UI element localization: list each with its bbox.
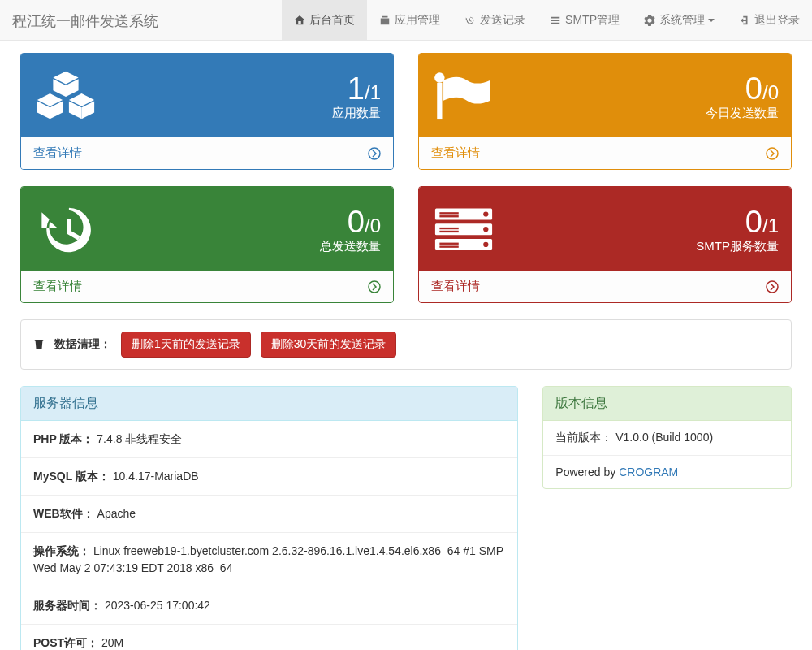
gear-icon [644,15,655,26]
nav-item-logout[interactable]: 退出登录 [727,0,812,40]
version-value: V1.0.0 (Build 1000) [615,431,713,444]
server-info-item: POST许可： 20M [21,625,517,650]
arrow-right-icon [368,147,381,160]
nav-label: 退出登录 [754,13,800,28]
svg-point-0 [369,148,380,159]
powered-by-row: Powered by CROGRAM [543,456,791,488]
chevron-down-icon [708,19,715,22]
server-info-item: MySQL 版本： 10.4.17-MariaDB [21,458,517,496]
copy-icon [379,15,391,26]
data-clean-bar: 数据清理： 删除1天前的发送记录 删除30天前的发送记录 [20,319,792,370]
flag-icon [431,68,496,125]
svg-point-17 [767,281,778,292]
server-info-key: POST许可： [33,636,98,649]
nav-item-sendlog[interactable]: 发送记录 [452,0,538,40]
stat-row-1: 1/1 应用数量 查看详情 0/0 今日发送数量 [20,53,792,170]
nav-item-app[interactable]: 应用管理 [367,0,452,40]
arrow-right-icon [766,147,779,160]
stat-label: 今日发送数量 [706,106,779,121]
nav-item-system[interactable]: 系统管理 [632,0,727,40]
footer-label: 查看详情 [33,145,82,161]
server-info-item: PHP 版本： 7.4.8 非线程安全 [21,421,517,458]
footer-label: 查看详情 [431,279,480,294]
server-info-key: 服务器时间： [33,599,102,612]
stat-num: 0 [745,205,762,239]
nav-label: 系统管理 [659,13,705,28]
cubes-icon [33,68,98,125]
logout-icon [739,15,750,26]
stat-row-2: 0/0 总发送数量 查看详情 0/1 SMTP服务数 [20,186,792,303]
nav-label: 发送记录 [480,13,525,28]
arrow-right-icon [368,280,381,293]
arrow-right-icon [766,280,779,293]
server-info-item: 操作系统： Linux freeweb19-1.byetcluster.com … [21,533,517,587]
btn-delete-1day[interactable]: 删除1天前的发送记录 [121,332,251,358]
stat-label: 应用数量 [332,106,381,121]
card-app-footer[interactable]: 查看详情 [21,136,393,169]
stat-denom: /0 [762,81,779,103]
svg-rect-15 [439,243,458,245]
svg-rect-16 [439,246,458,248]
server-info-heading: 服务器信息 [21,387,517,421]
stat-label: SMTP服务数量 [696,239,779,254]
trash-icon [33,339,45,350]
stat-num: 0 [745,72,762,106]
card-today: 0/0 今日发送数量 查看详情 [418,53,792,170]
version-row: 当前版本： V1.0.0 (Build 1000) [543,421,791,456]
nav: 后台首页 应用管理 发送记录 SMTP管理 系统管理 退出登录 [282,0,812,40]
version-panel: 版本信息 当前版本： V1.0.0 (Build 1000) Powered b… [542,386,792,489]
svg-point-3 [767,148,778,159]
server-info-value: 2023-06-25 17:00:42 [102,599,210,612]
svg-rect-13 [439,228,458,229]
card-today-footer[interactable]: 查看详情 [419,136,791,169]
svg-point-8 [483,211,488,216]
server-info-value: 10.4.17-MariaDB [110,470,199,483]
svg-point-4 [369,281,380,292]
main-content: 1/1 应用数量 查看详情 0/0 今日发送数量 [0,41,812,650]
svg-rect-11 [439,212,458,214]
svg-point-10 [483,242,488,247]
stat-num: 1 [348,72,365,106]
version-heading: 版本信息 [543,387,791,421]
server-info-key: WEB软件： [33,507,94,520]
stat-num: 0 [348,205,365,239]
stat-denom: /0 [365,214,381,236]
navbar: 程江统一邮件发送系统 后台首页 应用管理 发送记录 SMTP管理 系统管理 退出… [0,0,812,41]
svg-rect-14 [439,231,458,232]
svg-point-9 [483,227,488,232]
card-smtp: 0/1 SMTP服务数量 查看详情 [418,186,792,303]
card-smtp-footer[interactable]: 查看详情 [419,270,791,302]
btn-delete-30day[interactable]: 删除30天前的发送记录 [261,332,397,358]
version-key: 当前版本： [555,431,612,444]
server-info-value: 7.4.8 非线程安全 [93,432,182,445]
stat-denom: /1 [365,81,381,103]
svg-point-1 [434,72,444,82]
svg-rect-2 [437,83,442,119]
server-info-list: PHP 版本： 7.4.8 非线程安全MySQL 版本： 10.4.17-Mar… [21,421,517,650]
server-info-key: PHP 版本： [33,432,93,445]
history-icon [464,15,476,26]
home-icon [294,15,305,26]
list-icon [550,15,561,26]
nav-label: 后台首页 [309,13,355,28]
server-info-value: Apache [94,507,136,520]
svg-rect-12 [439,215,458,217]
crogram-link[interactable]: CROGRAM [619,466,678,479]
nav-item-smtp[interactable]: SMTP管理 [538,0,632,40]
card-total: 0/0 总发送数量 查看详情 [20,186,394,303]
nav-item-home[interactable]: 后台首页 [282,0,367,40]
footer-label: 查看详情 [431,145,480,161]
card-total-footer[interactable]: 查看详情 [21,270,393,302]
server-info-item: 服务器时间： 2023-06-25 17:00:42 [21,587,517,625]
server-info-panel: 服务器信息 PHP 版本： 7.4.8 非线程安全MySQL 版本： 10.4.… [20,386,518,650]
server-icon [431,202,496,258]
stat-label: 总发送数量 [320,239,381,254]
powered-by-text: Powered by [555,466,619,479]
stat-denom: /1 [762,214,779,236]
server-info-item: WEB软件： Apache [21,496,517,533]
nav-label: 应用管理 [395,13,440,28]
navbar-brand: 程江统一邮件发送系统 [0,0,171,40]
server-info-value: Linux freeweb19-1.byetcluster.com 2.6.32… [33,544,503,574]
server-info-key: MySQL 版本： [33,470,110,483]
server-info-key: 操作系统： [33,544,90,557]
